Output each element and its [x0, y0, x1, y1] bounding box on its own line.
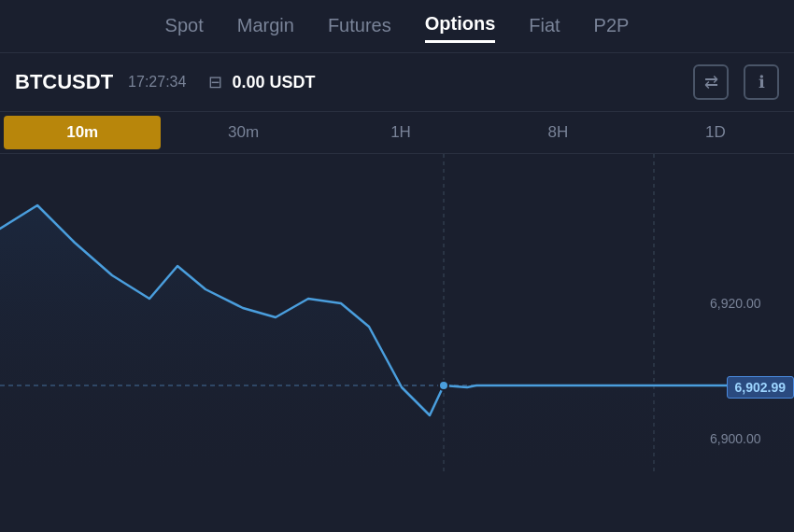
- nav-fiat[interactable]: Fiat: [529, 15, 560, 42]
- market-time: 17:27:34: [128, 74, 186, 91]
- balance-amount: 0.00 USDT: [232, 73, 315, 92]
- chart-area: 6,920.00 6,900.00 6,902.99: [0, 154, 794, 471]
- ticker-symbol: BTCUSDT: [15, 70, 113, 94]
- period-8h[interactable]: 8H: [479, 112, 636, 153]
- wallet-icon: ⊟: [208, 72, 222, 92]
- transfer-button[interactable]: ⇄: [693, 64, 729, 100]
- info-button[interactable]: ℹ: [744, 64, 779, 100]
- period-1d[interactable]: 1D: [637, 112, 794, 153]
- info-icon: ℹ: [759, 72, 765, 92]
- balance-section: ⊟ 0.00 USDT: [208, 72, 693, 92]
- nav-p2p[interactable]: P2P: [594, 15, 630, 42]
- nav-options[interactable]: Options: [425, 13, 496, 43]
- svg-point-3: [439, 381, 448, 390]
- top-navigation: Spot Margin Futures Options Fiat P2P: [0, 0, 794, 52]
- svg-text:6,920.00: 6,920.00: [710, 296, 761, 311]
- transfer-icon: ⇄: [704, 72, 718, 92]
- current-price-tag: 6,902.99: [727, 376, 795, 399]
- nav-spot[interactable]: Spot: [165, 15, 204, 42]
- header-actions: ⇄ ℹ: [693, 64, 779, 100]
- period-1h[interactable]: 1H: [322, 112, 479, 153]
- nav-margin[interactable]: Margin: [237, 15, 294, 42]
- svg-text:6,900.00: 6,900.00: [710, 431, 761, 446]
- period-10m[interactable]: 10m: [4, 116, 161, 149]
- period-30m[interactable]: 30m: [164, 112, 321, 153]
- price-chart: 6,920.00 6,900.00: [0, 154, 794, 471]
- period-bar: 10m 30m 1H 8H 1D: [0, 112, 794, 154]
- header-row: BTCUSDT 17:27:34 ⊟ 0.00 USDT ⇄ ℹ: [0, 52, 794, 112]
- nav-futures[interactable]: Futures: [328, 15, 391, 42]
